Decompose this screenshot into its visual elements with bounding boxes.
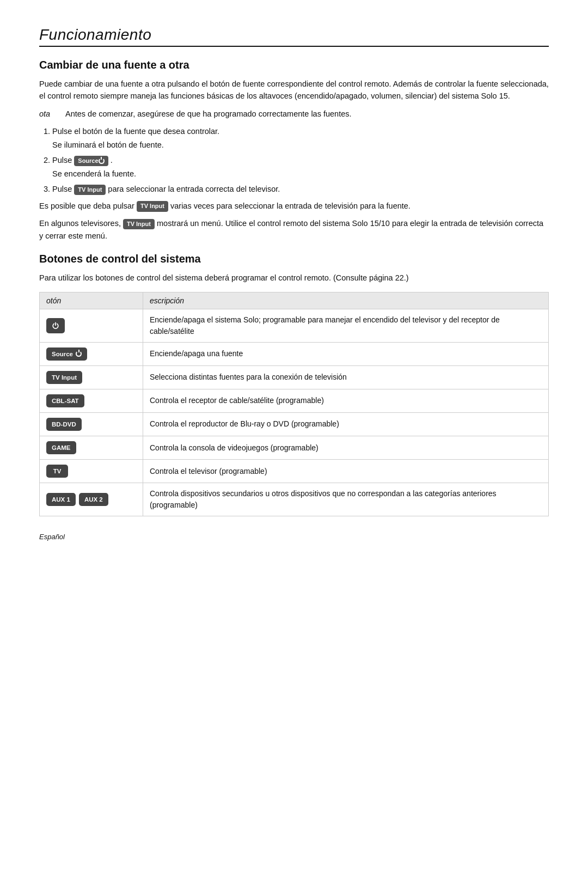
tvinput-btn-inline1: TV Input bbox=[74, 185, 106, 195]
desc-cell: Selecciona distintas fuentes para la con… bbox=[143, 365, 549, 389]
step2-prefix: Pulse bbox=[52, 156, 72, 164]
table-row: Source Enciende/apaga una fuente bbox=[40, 342, 549, 365]
aux-pair: AUX 1 AUX 2 bbox=[46, 493, 136, 506]
step3-suffix: para seleccionar la entrada correcta del… bbox=[108, 185, 280, 193]
generic-table-btn: TV bbox=[46, 465, 68, 478]
desc-cell: Controla el televisor (programable) bbox=[143, 460, 549, 483]
control-table: otón escripción Enciende/apaga el sistem… bbox=[39, 292, 549, 517]
section1-intro: Puede cambiar de una fuente a otra pulsa… bbox=[39, 78, 549, 102]
desc-cell: Controla el receptor de cable/satélite (… bbox=[143, 389, 549, 412]
section2-intro: Para utilizar los botones de control del… bbox=[39, 272, 549, 284]
table-row: AUX 1 AUX 2 Controla dispositivos secund… bbox=[40, 483, 549, 516]
btn-cell: TV Input bbox=[40, 365, 143, 389]
btn-cell: BD-DVD bbox=[40, 412, 143, 436]
page-title: Funcionamiento bbox=[39, 26, 549, 44]
para2: En algunos televisores, TV Input mostrar… bbox=[39, 217, 549, 242]
step1-text: Pulse el botón de la fuente que desea co… bbox=[52, 127, 219, 136]
generic-table-btn: CBL-SAT bbox=[46, 394, 84, 407]
section-cambiar: Cambiar de una fuente a otra Puede cambi… bbox=[39, 59, 549, 242]
btn-cell: CBL-SAT bbox=[40, 389, 143, 412]
tvinput-btn-inline2: TV Input bbox=[137, 201, 168, 211]
step1-sub: Se iluminará el botón de fuente. bbox=[52, 139, 549, 151]
btn-cell: Source bbox=[40, 342, 143, 365]
para2-prefix: En algunos televisores, bbox=[39, 219, 121, 228]
power-line bbox=[78, 350, 79, 352]
step3-prefix: Pulse bbox=[52, 185, 72, 193]
footer-language: Español bbox=[39, 533, 549, 541]
table-header: otón escripción bbox=[40, 292, 549, 309]
col-desc-header: escripción bbox=[143, 292, 549, 309]
table-row: TVControla el televisor (programable) bbox=[40, 460, 549, 483]
step2-suffix: . bbox=[111, 156, 113, 164]
power-button bbox=[46, 318, 65, 333]
power-icon-inline bbox=[99, 158, 105, 164]
power-icon bbox=[51, 321, 60, 330]
aux1-btn: AUX 1 bbox=[46, 493, 76, 506]
note-label: ota bbox=[39, 108, 59, 120]
para1-suffix: varias veces para seleccionar la entrada… bbox=[170, 202, 411, 210]
generic-table-btn: GAME bbox=[46, 441, 76, 454]
btn-cell: TV bbox=[40, 460, 143, 483]
section-botones: Botones de control del sistema Para util… bbox=[39, 253, 549, 516]
source-btn-label: Source bbox=[78, 157, 98, 165]
table-row: GAMEControla la consola de videojuegos (… bbox=[40, 436, 549, 460]
btn-cell: GAME bbox=[40, 436, 143, 460]
table-row: TV InputSelecciona distintas fuentes par… bbox=[40, 365, 549, 389]
generic-table-btn: BD-DVD bbox=[46, 418, 82, 431]
note-text: Antes de comenzar, asegúrese de que ha p… bbox=[65, 108, 352, 120]
step-3: Pulse TV Input para seleccionar la entra… bbox=[52, 183, 549, 195]
para1: Es posible que deba pulsar TV Input vari… bbox=[39, 200, 549, 212]
desc-cell: Controla el reproductor de Blu-ray o DVD… bbox=[143, 412, 549, 436]
section2-title: Botones de control del sistema bbox=[39, 253, 549, 265]
table-body: Enciende/apaga el sistema Solo; programa… bbox=[40, 309, 549, 516]
step-2: Pulse Source . Se encenderá la fuente. bbox=[52, 154, 549, 180]
step2-sub: Se encenderá la fuente. bbox=[52, 168, 549, 180]
table-row: CBL-SATControla el receptor de cable/sat… bbox=[40, 389, 549, 412]
step-1: Pulse el botón de la fuente que desea co… bbox=[52, 125, 549, 151]
tvinput-table-btn: TV Input bbox=[46, 371, 82, 384]
title-divider bbox=[39, 46, 549, 47]
source-table-btn: Source bbox=[46, 347, 87, 361]
header-row: otón escripción bbox=[40, 292, 549, 309]
steps-list: Pulse el botón de la fuente que desea co… bbox=[52, 125, 549, 195]
note-row: ota Antes de comenzar, asegúrese de que … bbox=[39, 108, 549, 120]
col-btn-header: otón bbox=[40, 292, 143, 309]
btn-cell: AUX 1 AUX 2 bbox=[40, 483, 143, 516]
table-row: Enciende/apaga el sistema Solo; programa… bbox=[40, 309, 549, 342]
btn-cell bbox=[40, 309, 143, 342]
source-btn-inline: Source bbox=[74, 156, 108, 166]
aux2-btn: AUX 2 bbox=[79, 493, 108, 506]
table-row: BD-DVDControla el reproductor de Blu-ray… bbox=[40, 412, 549, 436]
tvinput-btn-inline3: TV Input bbox=[123, 219, 155, 229]
section1-title: Cambiar de una fuente a otra bbox=[39, 59, 549, 71]
desc-cell: Controla la consola de videojuegos (prog… bbox=[143, 436, 549, 460]
source-power-icon bbox=[76, 351, 82, 357]
desc-cell: Enciende/apaga una fuente bbox=[143, 342, 549, 365]
desc-cell: Controla dispositivos secundarios u otro… bbox=[143, 483, 549, 516]
para1-prefix: Es posible que deba pulsar bbox=[39, 202, 134, 210]
desc-cell: Enciende/apaga el sistema Solo; programa… bbox=[143, 309, 549, 342]
